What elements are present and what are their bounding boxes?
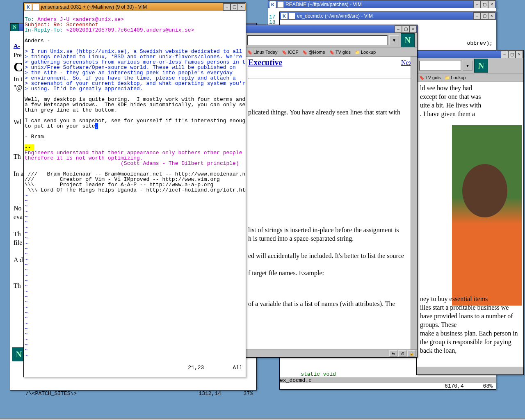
kde-icon: K — [25, 4, 32, 10]
netscape-footer — [417, 367, 523, 374]
titlebar-vim-mail[interactable]: K jensenurstad.0031 + (~/Mail/new) (9 of… — [24, 3, 246, 11]
text: In t — [14, 75, 23, 82]
body-text: thin grey line at the bottom. — [25, 107, 117, 113]
paragraph: f target file names. Example: — [248, 269, 324, 276]
status-icon: 🖨 — [398, 350, 406, 357]
text: "@ — [14, 84, 22, 91]
bookmark-tvgids[interactable]: TV gids — [329, 50, 351, 55]
window-vim-mail[interactable]: K jensenurstad.0031 + (~/Mail/new) (9 of… — [23, 2, 246, 377]
quoted-line: > using. It'd be greatly appreciated. — [25, 86, 143, 92]
bookmarks-bar: Linux Today ICCF @Home TV gids Lookup — [245, 48, 417, 57]
minimize-button[interactable]: – — [473, 1, 481, 8]
text: Th — [14, 153, 21, 160]
dt-row — [248, 200, 414, 208]
vim-status-bar: ex_docmd.c — [280, 377, 496, 383]
minimize-button[interactable]: – — [473, 12, 481, 20]
text: Th — [14, 231, 21, 237]
maximize-button[interactable]: ▢ — [402, 25, 409, 33]
close-button[interactable]: × — [516, 51, 523, 58]
bookmark-lookup[interactable]: Lookup — [445, 75, 466, 80]
text: Wl — [14, 119, 22, 126]
paragraph: of a variable that is a list of names (w… — [248, 300, 395, 307]
bookmark-linuxtoday[interactable]: Linux Today — [247, 50, 278, 55]
kde-icon: K — [269, 1, 276, 8]
titlebar-vim-docmd[interactable]: K ex_docmd.c (~/vim/vim6/src) - VIM – ▢ … — [280, 12, 496, 20]
sig-footer: \\\ Lord Of The Rings helps Uganda - htt… — [25, 187, 246, 193]
vim-buffer[interactable]: To: Anders J-U <anders@unix.se> Subject:… — [24, 11, 246, 377]
page-content[interactable]: Executive Next plicated things. You have… — [245, 57, 417, 353]
close-button[interactable]: × — [488, 1, 495, 8]
doc-icon — [33, 4, 39, 10]
text: In a — [14, 170, 23, 177]
dt-row — [248, 282, 414, 291]
text: Pre — [14, 52, 22, 58]
child-image — [452, 125, 522, 306]
maximize-button[interactable]: ▢ — [481, 1, 488, 8]
paragraph: h is turned into a space-separated strin… — [248, 235, 354, 242]
scrollbar[interactable] — [411, 57, 417, 353]
kde-panel-edge[interactable] — [0, 418, 525, 420]
title-text: jensenurstad.0031 + (~/Mail/new) (9 of 3… — [41, 4, 223, 10]
text: file — [14, 239, 22, 246]
close-button[interactable]: × — [488, 12, 495, 20]
vim-ruler: 21,23 All — [24, 358, 246, 377]
dropdown-button[interactable]: ▾ — [463, 61, 472, 71]
code-line: obbrev); — [467, 41, 493, 46]
text: No — [14, 205, 22, 212]
body-text: ld see how they had except for one that … — [420, 84, 520, 118]
body-text: Anders - — [25, 38, 50, 44]
titlebar-netscape-1[interactable]: – ▢ × — [245, 25, 417, 33]
netscape-logo-icon: N — [10, 23, 19, 31]
title-text: README (~/ftp/vim/patches) - VIM — [285, 2, 473, 7]
paragraph: ed will accidentally be included. It's b… — [248, 252, 404, 259]
bookmark-lookup[interactable]: Lookup — [355, 50, 376, 55]
dropdown-button[interactable]: ▾ — [389, 35, 399, 45]
page-content[interactable]: ld see how they had except for one that … — [417, 82, 523, 371]
text: eva — [14, 213, 23, 220]
search-text: /\<PATCH_SITES\> — [25, 390, 77, 397]
doc-icon — [289, 13, 295, 19]
bookmark-athome[interactable]: @Home — [302, 50, 325, 55]
body-text-2: ney to buy essential items ilies start a… — [420, 294, 520, 355]
cursor: . — [95, 123, 98, 129]
dt-row — [248, 122, 414, 131]
bookmark-iccf[interactable]: ICCF — [282, 50, 299, 55]
text: Th — [14, 282, 21, 289]
lock-icon: 🔓 — [407, 350, 415, 357]
maximize-button[interactable]: ▢ — [231, 3, 238, 11]
netscape-logo-icon: N — [401, 33, 415, 47]
header-label: In-Reply-To: — [25, 27, 66, 33]
titlebar-vim-readme[interactable]: K README (~/ftp/vim/patches) - VIM – ▢ × — [268, 0, 496, 8]
divider — [248, 78, 414, 79]
doc-icon — [277, 1, 284, 8]
minimize-button[interactable]: – — [223, 3, 231, 11]
status-icon: ⇆ — [389, 350, 397, 357]
kde-icon: K — [281, 13, 288, 19]
close-button[interactable]: × — [409, 25, 417, 33]
text: A d — [14, 256, 23, 263]
executive-link[interactable]: Executive — [248, 58, 282, 67]
netscape-logo-icon: N — [474, 59, 488, 73]
header-value: <20020917205709.7c6c1409.anders@unix.se> — [66, 27, 194, 33]
minimize-button[interactable]: – — [395, 25, 402, 33]
maximize-button[interactable]: ▢ — [508, 51, 516, 58]
netscape-toolbar: ▾ N — [417, 58, 523, 73]
window-netscape-1[interactable]: – ▢ × ▾ N Linux Today ICCF @Home TV gids… — [244, 25, 418, 358]
url-input[interactable] — [247, 35, 388, 45]
bookmarks-bar: TV gids Lookup — [417, 73, 523, 82]
signature: - Bram — [25, 134, 44, 140]
body-text: to put it on your site — [25, 123, 95, 129]
titlebar-netscape-2[interactable]: – ▢ × — [417, 50, 523, 58]
dt-row — [248, 174, 414, 183]
bookmark-tvgids[interactable]: TV gids — [419, 75, 441, 80]
sig-quote: (Scott Adams - The Dilbert principle) — [25, 160, 239, 167]
maximize-button[interactable]: ▢ — [481, 12, 488, 20]
netscape-footer: ⇆ 🖨 🔓 — [245, 349, 417, 357]
url-input[interactable] — [419, 61, 461, 71]
dt-row — [248, 148, 414, 157]
close-button[interactable]: × — [238, 3, 245, 11]
minimize-button[interactable]: – — [501, 51, 508, 58]
vim-cmdline: /\<PATCH_SITES\>1312,14 37% — [10, 384, 256, 390]
page-heading-link[interactable]: A- — [14, 43, 20, 49]
window-netscape-2[interactable]: – ▢ × ▾ N TV gids Lookup ld see how they… — [416, 50, 524, 375]
